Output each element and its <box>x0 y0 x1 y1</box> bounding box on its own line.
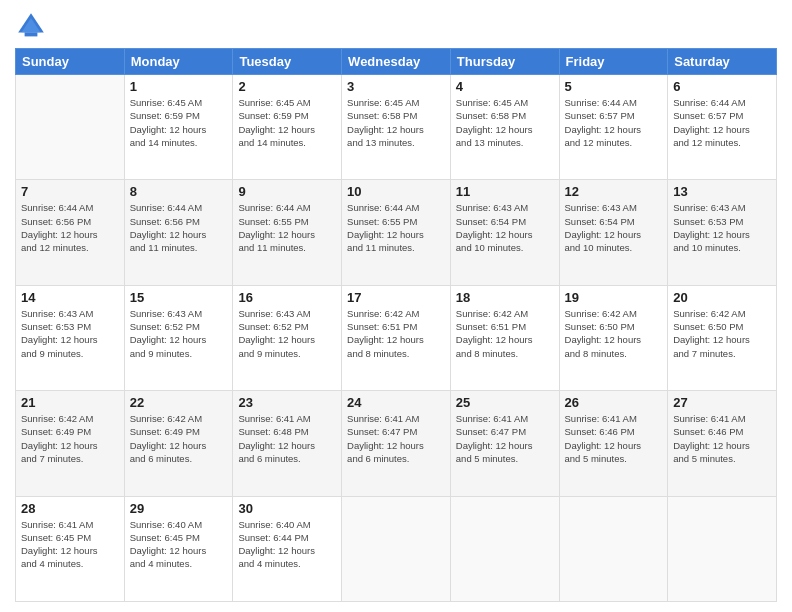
calendar-cell <box>342 496 451 601</box>
calendar-cell: 26Sunrise: 6:41 AM Sunset: 6:46 PM Dayli… <box>559 391 668 496</box>
day-info: Sunrise: 6:43 AM Sunset: 6:53 PM Dayligh… <box>673 201 771 254</box>
day-number: 29 <box>130 501 228 516</box>
day-info: Sunrise: 6:44 AM Sunset: 6:56 PM Dayligh… <box>21 201 119 254</box>
day-info: Sunrise: 6:43 AM Sunset: 6:54 PM Dayligh… <box>565 201 663 254</box>
day-info: Sunrise: 6:41 AM Sunset: 6:45 PM Dayligh… <box>21 518 119 571</box>
calendar-cell: 6Sunrise: 6:44 AM Sunset: 6:57 PM Daylig… <box>668 75 777 180</box>
calendar-cell: 27Sunrise: 6:41 AM Sunset: 6:46 PM Dayli… <box>668 391 777 496</box>
calendar-cell <box>559 496 668 601</box>
calendar-cell: 4Sunrise: 6:45 AM Sunset: 6:58 PM Daylig… <box>450 75 559 180</box>
weekday-header: Monday <box>124 49 233 75</box>
weekday-header: Saturday <box>668 49 777 75</box>
day-info: Sunrise: 6:41 AM Sunset: 6:46 PM Dayligh… <box>673 412 771 465</box>
day-info: Sunrise: 6:40 AM Sunset: 6:45 PM Dayligh… <box>130 518 228 571</box>
calendar-cell: 17Sunrise: 6:42 AM Sunset: 6:51 PM Dayli… <box>342 285 451 390</box>
calendar-cell <box>16 75 125 180</box>
day-info: Sunrise: 6:41 AM Sunset: 6:47 PM Dayligh… <box>456 412 554 465</box>
day-info: Sunrise: 6:45 AM Sunset: 6:58 PM Dayligh… <box>347 96 445 149</box>
day-number: 17 <box>347 290 445 305</box>
day-number: 21 <box>21 395 119 410</box>
calendar-cell: 13Sunrise: 6:43 AM Sunset: 6:53 PM Dayli… <box>668 180 777 285</box>
day-info: Sunrise: 6:43 AM Sunset: 6:52 PM Dayligh… <box>130 307 228 360</box>
day-info: Sunrise: 6:42 AM Sunset: 6:49 PM Dayligh… <box>130 412 228 465</box>
calendar-week-row: 21Sunrise: 6:42 AM Sunset: 6:49 PM Dayli… <box>16 391 777 496</box>
logo-icon <box>15 10 47 42</box>
calendar-cell: 14Sunrise: 6:43 AM Sunset: 6:53 PM Dayli… <box>16 285 125 390</box>
calendar-cell: 20Sunrise: 6:42 AM Sunset: 6:50 PM Dayli… <box>668 285 777 390</box>
day-info: Sunrise: 6:42 AM Sunset: 6:50 PM Dayligh… <box>673 307 771 360</box>
weekday-header: Wednesday <box>342 49 451 75</box>
weekday-header: Tuesday <box>233 49 342 75</box>
day-number: 1 <box>130 79 228 94</box>
calendar-cell: 1Sunrise: 6:45 AM Sunset: 6:59 PM Daylig… <box>124 75 233 180</box>
calendar-cell: 16Sunrise: 6:43 AM Sunset: 6:52 PM Dayli… <box>233 285 342 390</box>
calendar-week-row: 14Sunrise: 6:43 AM Sunset: 6:53 PM Dayli… <box>16 285 777 390</box>
day-info: Sunrise: 6:43 AM Sunset: 6:52 PM Dayligh… <box>238 307 336 360</box>
calendar-week-row: 28Sunrise: 6:41 AM Sunset: 6:45 PM Dayli… <box>16 496 777 601</box>
calendar-cell: 7Sunrise: 6:44 AM Sunset: 6:56 PM Daylig… <box>16 180 125 285</box>
day-info: Sunrise: 6:44 AM Sunset: 6:57 PM Dayligh… <box>565 96 663 149</box>
day-number: 24 <box>347 395 445 410</box>
day-number: 26 <box>565 395 663 410</box>
day-number: 18 <box>456 290 554 305</box>
day-info: Sunrise: 6:44 AM Sunset: 6:55 PM Dayligh… <box>347 201 445 254</box>
calendar-cell: 25Sunrise: 6:41 AM Sunset: 6:47 PM Dayli… <box>450 391 559 496</box>
day-info: Sunrise: 6:41 AM Sunset: 6:48 PM Dayligh… <box>238 412 336 465</box>
day-number: 13 <box>673 184 771 199</box>
day-number: 12 <box>565 184 663 199</box>
day-info: Sunrise: 6:42 AM Sunset: 6:51 PM Dayligh… <box>347 307 445 360</box>
calendar-cell: 19Sunrise: 6:42 AM Sunset: 6:50 PM Dayli… <box>559 285 668 390</box>
calendar-cell: 28Sunrise: 6:41 AM Sunset: 6:45 PM Dayli… <box>16 496 125 601</box>
calendar-cell: 2Sunrise: 6:45 AM Sunset: 6:59 PM Daylig… <box>233 75 342 180</box>
calendar-cell <box>450 496 559 601</box>
day-info: Sunrise: 6:44 AM Sunset: 6:55 PM Dayligh… <box>238 201 336 254</box>
day-number: 6 <box>673 79 771 94</box>
calendar-cell: 3Sunrise: 6:45 AM Sunset: 6:58 PM Daylig… <box>342 75 451 180</box>
calendar-cell: 15Sunrise: 6:43 AM Sunset: 6:52 PM Dayli… <box>124 285 233 390</box>
day-number: 20 <box>673 290 771 305</box>
weekday-header: Sunday <box>16 49 125 75</box>
weekday-header: Thursday <box>450 49 559 75</box>
weekday-header: Friday <box>559 49 668 75</box>
day-number: 8 <box>130 184 228 199</box>
day-number: 14 <box>21 290 119 305</box>
day-info: Sunrise: 6:42 AM Sunset: 6:50 PM Dayligh… <box>565 307 663 360</box>
day-info: Sunrise: 6:43 AM Sunset: 6:53 PM Dayligh… <box>21 307 119 360</box>
day-info: Sunrise: 6:43 AM Sunset: 6:54 PM Dayligh… <box>456 201 554 254</box>
calendar-cell: 11Sunrise: 6:43 AM Sunset: 6:54 PM Dayli… <box>450 180 559 285</box>
calendar-cell: 30Sunrise: 6:40 AM Sunset: 6:44 PM Dayli… <box>233 496 342 601</box>
day-number: 23 <box>238 395 336 410</box>
day-number: 19 <box>565 290 663 305</box>
calendar-cell: 12Sunrise: 6:43 AM Sunset: 6:54 PM Dayli… <box>559 180 668 285</box>
day-number: 7 <box>21 184 119 199</box>
calendar-week-row: 7Sunrise: 6:44 AM Sunset: 6:56 PM Daylig… <box>16 180 777 285</box>
calendar-week-row: 1Sunrise: 6:45 AM Sunset: 6:59 PM Daylig… <box>16 75 777 180</box>
calendar-cell: 8Sunrise: 6:44 AM Sunset: 6:56 PM Daylig… <box>124 180 233 285</box>
day-number: 10 <box>347 184 445 199</box>
page: SundayMondayTuesdayWednesdayThursdayFrid… <box>0 0 792 612</box>
calendar-header-row: SundayMondayTuesdayWednesdayThursdayFrid… <box>16 49 777 75</box>
day-number: 5 <box>565 79 663 94</box>
calendar-cell: 10Sunrise: 6:44 AM Sunset: 6:55 PM Dayli… <box>342 180 451 285</box>
day-number: 28 <box>21 501 119 516</box>
day-number: 4 <box>456 79 554 94</box>
day-info: Sunrise: 6:45 AM Sunset: 6:59 PM Dayligh… <box>130 96 228 149</box>
calendar-table: SundayMondayTuesdayWednesdayThursdayFrid… <box>15 48 777 602</box>
day-number: 22 <box>130 395 228 410</box>
logo <box>15 10 51 42</box>
calendar-cell: 5Sunrise: 6:44 AM Sunset: 6:57 PM Daylig… <box>559 75 668 180</box>
day-number: 2 <box>238 79 336 94</box>
day-info: Sunrise: 6:41 AM Sunset: 6:46 PM Dayligh… <box>565 412 663 465</box>
calendar-cell <box>668 496 777 601</box>
day-info: Sunrise: 6:41 AM Sunset: 6:47 PM Dayligh… <box>347 412 445 465</box>
day-info: Sunrise: 6:40 AM Sunset: 6:44 PM Dayligh… <box>238 518 336 571</box>
day-info: Sunrise: 6:45 AM Sunset: 6:58 PM Dayligh… <box>456 96 554 149</box>
day-number: 11 <box>456 184 554 199</box>
calendar-cell: 22Sunrise: 6:42 AM Sunset: 6:49 PM Dayli… <box>124 391 233 496</box>
day-number: 25 <box>456 395 554 410</box>
day-number: 3 <box>347 79 445 94</box>
day-info: Sunrise: 6:44 AM Sunset: 6:56 PM Dayligh… <box>130 201 228 254</box>
day-info: Sunrise: 6:45 AM Sunset: 6:59 PM Dayligh… <box>238 96 336 149</box>
calendar-cell: 21Sunrise: 6:42 AM Sunset: 6:49 PM Dayli… <box>16 391 125 496</box>
header <box>15 10 777 42</box>
